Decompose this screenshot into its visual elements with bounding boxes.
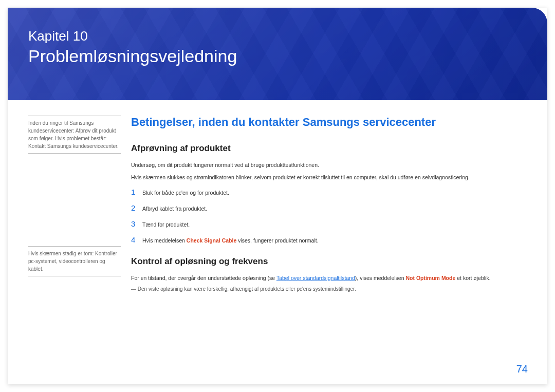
sub1-paragraph-1: Undersøg, om dit produkt fungerer normal…: [131, 161, 527, 170]
document-page: Kapitel 10 Problemløsningsvejledning Ind…: [8, 8, 547, 384]
step-4: 4 Hvis meddelelsen Check Signal Cable vi…: [131, 235, 527, 244]
step4-suffix: vises, fungerer produktet normalt.: [236, 237, 318, 244]
sub1-paragraph-2: Hvis skærmen slukkes og strømindikatoren…: [131, 173, 527, 182]
sub2-mid: ), vises meddelelsen: [355, 275, 406, 281]
step-3: 3 Tænd for produktet.: [131, 219, 527, 228]
side-note-1: Inden du ringer til Samsungs kundeservic…: [28, 116, 121, 154]
step-text: Sluk for både pc'en og for produktet.: [142, 190, 229, 196]
step-number: 4: [131, 235, 142, 244]
sub2-paragraph: For en tilstand, der overgår den underst…: [131, 274, 527, 283]
chapter-banner: Kapitel 10 Problemløsningsvejledning: [8, 8, 547, 100]
content-area: Inden du ringer til Samsungs kundeservic…: [8, 100, 547, 302]
subsection-2-title: Kontrol af opløsning og frekvens: [131, 256, 527, 267]
check-signal-cable-label: Check Signal Cable: [187, 237, 236, 244]
step-number: 2: [131, 203, 142, 212]
step-number: 1: [131, 188, 142, 196]
banner-text-block: Kapitel 10 Problemløsningsvejledning: [8, 8, 547, 66]
step-number: 3: [131, 219, 142, 228]
chapter-label: Kapitel 10: [28, 28, 527, 44]
sub2-suffix: et kort øjeblik.: [455, 275, 490, 281]
section-title: Betingelser, inden du kontakter Samsungs…: [131, 116, 527, 129]
not-optimum-mode-label: Not Optimum Mode: [405, 275, 455, 281]
page-number: 74: [516, 363, 528, 375]
step-2: 2 Afbryd kablet fra produktet.: [131, 203, 527, 212]
main-column: Betingelser, inden du kontakter Samsungs…: [131, 116, 527, 292]
step-text: Afbryd kablet fra produktet.: [142, 206, 207, 212]
step-1: 1 Sluk for både pc'en og for produktet.: [131, 188, 527, 196]
standard-signal-table-link[interactable]: Tabel over standardsignaltilstand: [276, 275, 355, 281]
side-column: Inden du ringer til Samsungs kundeservic…: [28, 116, 131, 292]
chapter-title: Problemløsningsvejledning: [28, 46, 527, 66]
sub2-footnote: Den viste opløsning kan være forskellig,…: [131, 286, 527, 292]
step4-prefix: Hvis meddelelsen: [142, 237, 187, 244]
side-note-2: Hvis skærmen stadig er tom: Kontroller p…: [28, 246, 121, 276]
steps-list: 1 Sluk for både pc'en og for produktet. …: [131, 188, 527, 244]
step-text: Tænd for produktet.: [142, 221, 190, 228]
step-text: Hvis meddelelsen Check Signal Cable vise…: [142, 237, 319, 244]
sub2-prefix: For en tilstand, der overgår den underst…: [131, 275, 276, 281]
subsection-1-title: Afprøvning af produktet: [131, 143, 527, 154]
